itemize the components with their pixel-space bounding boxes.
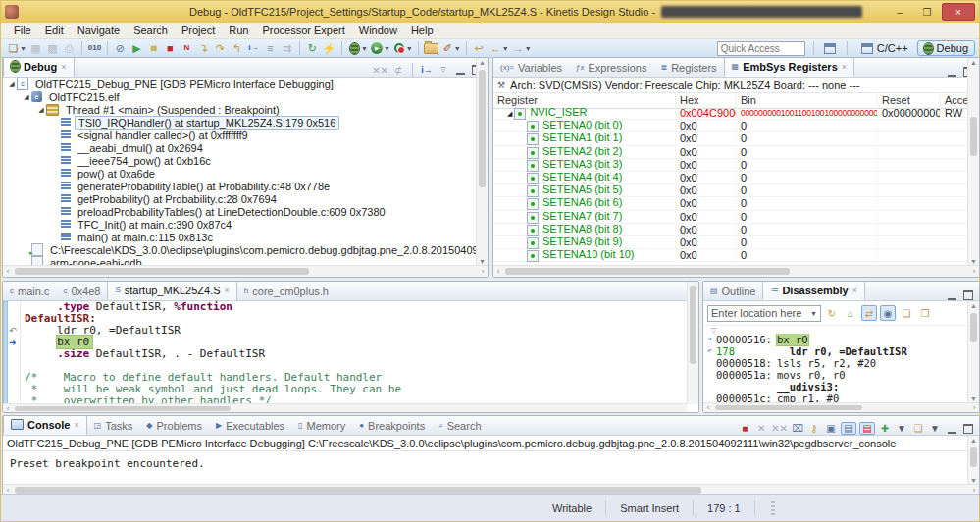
pin-console-icon[interactable]: ✚ bbox=[878, 423, 892, 434]
register-row[interactable]: SETENA5 (bit 5)0x00 bbox=[493, 184, 967, 197]
tab-breakpoints[interactable]: ●Breakpoints bbox=[352, 416, 432, 435]
disassembly-row[interactable]: ↶178 ldr r0, =DefaultISR bbox=[703, 345, 967, 357]
disassembly-row[interactable]: 00000518:lsls r5, r2, #20 bbox=[703, 357, 967, 369]
tab-outline[interactable]: ▤Outline bbox=[703, 282, 762, 300]
flash-programmer-icon[interactable]: ⚡ bbox=[321, 40, 337, 56]
expander-expanded-icon[interactable]: ◢ bbox=[36, 106, 46, 114]
register-row[interactable]: SETENA6 (bit 6)0x00 bbox=[493, 197, 967, 210]
minimize-view-icon[interactable] bbox=[453, 65, 467, 75]
code-line[interactable]: ldr r0, =DefaultISR bbox=[25, 325, 687, 337]
location-combo[interactable]: Enter location here ▼ bbox=[707, 305, 821, 322]
tab-problems[interactable]: ◆Problems bbox=[139, 416, 209, 435]
debug-tree-row[interactable]: main() at main.c:115 0x813c bbox=[3, 231, 476, 243]
tab-search[interactable]: ⌕Search bbox=[432, 416, 488, 435]
register-row[interactable]: SETENA3 (bit 3)0x00 bbox=[493, 159, 967, 172]
debug-tree-row[interactable]: getProbability() at Probability.c:28 0x7… bbox=[3, 192, 476, 205]
editor-tab-startup-mkl25z4-s[interactable]: Sstartup_MKL25Z4.S× bbox=[107, 281, 236, 300]
tab-memory[interactable]: ▯Memory bbox=[291, 416, 352, 435]
debug-tree-row[interactable]: ◢Thread #1 <main> (Suspended : Breakpoin… bbox=[3, 103, 476, 116]
disassembly-vertical-scrollbar[interactable]: ▲▼ bbox=[967, 301, 979, 403]
step-return-icon[interactable]: ↰ bbox=[229, 40, 245, 56]
instruction-stepping-icon[interactable]: ≡ bbox=[262, 40, 279, 56]
column-header-bin[interactable]: Bin bbox=[737, 93, 878, 108]
menu-file[interactable]: File bbox=[7, 25, 38, 36]
minimize-view-icon[interactable] bbox=[945, 424, 958, 434]
dropdown-caret-icon[interactable]: ▼ bbox=[502, 45, 509, 52]
terminate-icon[interactable]: ■ bbox=[162, 40, 179, 56]
show-source-icon[interactable]: ◉ bbox=[880, 305, 896, 321]
skip-all-breakpoints-icon[interactable]: ⊘ bbox=[112, 40, 129, 56]
editor-gutter[interactable]: ↶ ➜ bbox=[3, 301, 21, 404]
last-edit-location-icon[interactable]: ↩ bbox=[471, 40, 488, 56]
open-folder-icon[interactable] bbox=[423, 40, 439, 56]
show-stderr-icon[interactable]: ▤ bbox=[859, 422, 875, 435]
perspective-cpp-button[interactable]: C/C++ bbox=[855, 41, 914, 55]
relaunch-icon[interactable]: N bbox=[179, 40, 195, 56]
tab-embsys-registers[interactable]: ▦EmbSys Registers× bbox=[724, 57, 854, 77]
print-icon[interactable]: ⎙ bbox=[61, 40, 77, 56]
dropdown-caret-icon[interactable]: ▼ bbox=[525, 45, 532, 52]
debug-tree-row[interactable]: C:\Freescale\KDS_3.0.0\eclipse\plugins\c… bbox=[3, 243, 476, 256]
binary-010-icon[interactable]: 010 bbox=[86, 40, 103, 56]
tab-expressions[interactable]: ƒxExpressions bbox=[569, 58, 653, 77]
display-console-caret-icon[interactable]: ▼ bbox=[895, 423, 908, 434]
minimize-view-icon[interactable] bbox=[945, 290, 958, 300]
expander-expanded-icon[interactable]: ◢ bbox=[507, 110, 512, 117]
remove-all-launches-icon[interactable]: ✕✕ bbox=[771, 423, 788, 434]
menu-edit[interactable]: Edit bbox=[38, 25, 71, 36]
show-stdout-icon[interactable]: ▤ bbox=[841, 422, 856, 435]
column-header-hex[interactable]: Hex bbox=[676, 93, 737, 108]
debug-tree-row[interactable]: ◢cOldTFC215_Debug_PNE [GDB PEMicro Inter… bbox=[3, 78, 476, 90]
menu-window[interactable]: Window bbox=[352, 25, 404, 36]
breakpoint-icon[interactable]: ↶ bbox=[9, 325, 17, 337]
debug-tree-row[interactable]: ◢eOldTFC215.elf bbox=[3, 90, 476, 103]
remove-launch-icon[interactable]: ✕ bbox=[754, 423, 768, 434]
register-row[interactable]: SETENA7 (bit 7)0x00 bbox=[493, 211, 967, 224]
clear-console-icon[interactable]: ⌧ bbox=[791, 423, 804, 434]
suspend-icon[interactable]: ▮▮ bbox=[145, 40, 162, 56]
debug-tree-row[interactable]: TFC_Init() at main.c:390 0x87c4 bbox=[3, 218, 476, 231]
menu-run[interactable]: Run bbox=[222, 25, 255, 36]
embsys-vertical-scrollbar[interactable]: ▲▼ bbox=[967, 58, 979, 266]
disconnect-icon[interactable]: ⊄ bbox=[391, 65, 405, 76]
disassembly-row[interactable]: __udivsi3: bbox=[703, 381, 967, 392]
debug-tree-row[interactable]: __aeabi_dmul() at 0x2694 bbox=[3, 141, 476, 154]
quick-access-input[interactable] bbox=[717, 41, 805, 56]
register-row[interactable]: SETENA2 (bit 2)0x00 bbox=[493, 146, 967, 159]
dropdown-caret-icon[interactable]: ▼ bbox=[406, 45, 413, 52]
minimize-button[interactable]: – bbox=[887, 4, 912, 20]
debug-tree-row[interactable]: preloadProbabilityTables() at LineDetect… bbox=[3, 205, 476, 218]
pin-view-icon[interactable]: ❐ bbox=[917, 305, 933, 321]
close-button[interactable]: × bbox=[942, 3, 975, 21]
show-full-paths-icon[interactable]: i→ bbox=[420, 65, 434, 75]
column-header-access[interactable]: Access bbox=[941, 93, 968, 108]
home-icon[interactable]: ⌂ bbox=[843, 305, 858, 321]
perspective-debug-button[interactable]: Debug bbox=[917, 40, 975, 56]
menu-help[interactable]: Help bbox=[404, 25, 440, 36]
editor-tab-core-cm0plus-h[interactable]: hcore_cm0plus.h bbox=[237, 282, 335, 300]
column-header-register[interactable]: Register bbox=[493, 93, 676, 108]
resume-icon[interactable]: ▶ bbox=[129, 40, 145, 56]
new-view-icon[interactable]: ❏ bbox=[899, 305, 914, 321]
maximize-view-icon[interactable] bbox=[961, 424, 975, 434]
use-step-filters-icon[interactable]: ⇉ bbox=[279, 40, 295, 56]
disassembly-listing[interactable]: ➜00000516:bx r0↶178 ldr r0, =DefaultISR0… bbox=[703, 334, 967, 403]
register-row[interactable]: SETENA0 (bit 0)0x00 bbox=[493, 120, 967, 132]
register-row[interactable]: SETENA8 (bit 8)0x00 bbox=[493, 224, 967, 236]
minimize-view-icon[interactable] bbox=[945, 67, 958, 77]
menu-processor-expert[interactable]: Processor Expert bbox=[255, 25, 351, 36]
embsys-horizontal-scrollbar[interactable]: ‹› bbox=[493, 265, 979, 277]
tab-tasks[interactable]: ◲Tasks bbox=[87, 416, 140, 435]
disassembly-row[interactable]: 0000051a:movs r0, r0 bbox=[703, 369, 967, 381]
close-tab-icon[interactable]: × bbox=[225, 286, 230, 295]
register-row[interactable]: SETENA10 (bit 10)0x00 bbox=[493, 249, 967, 262]
dropdown-caret-icon[interactable]: ▼ bbox=[384, 45, 390, 52]
code-line[interactable]: .type DefaultISR, %function bbox=[25, 301, 687, 313]
scroll-lock-icon[interactable]: ⚷ bbox=[807, 423, 821, 434]
editor-horizontal-scrollbar[interactable]: ‹ bbox=[3, 403, 687, 412]
save-icon[interactable]: ▦ bbox=[27, 40, 44, 56]
debug-vertical-scrollbar[interactable]: ▲▼ bbox=[476, 58, 488, 266]
dropdown-caret-icon[interactable]: ▼ bbox=[20, 45, 26, 52]
close-tab-icon[interactable]: × bbox=[842, 62, 847, 72]
tab-debug-view[interactable]: Debug × bbox=[3, 57, 75, 77]
